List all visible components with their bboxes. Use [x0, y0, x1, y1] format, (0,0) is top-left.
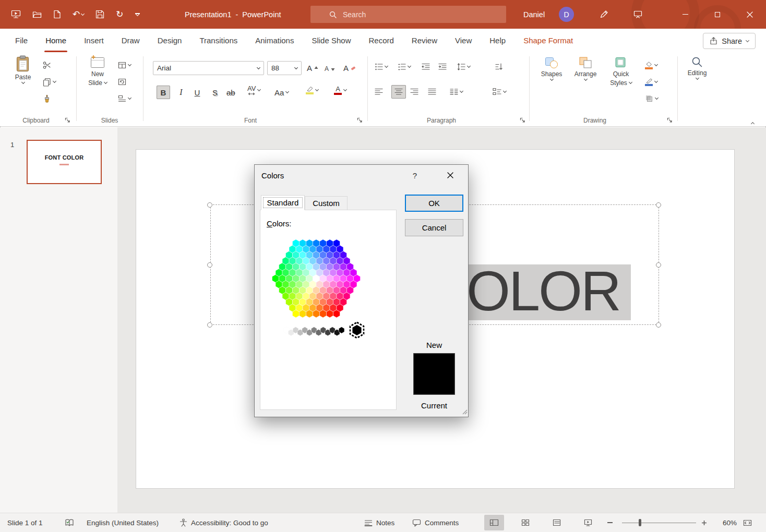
zoom-out-button[interactable]: [607, 513, 613, 532]
avatar[interactable]: D: [559, 7, 574, 22]
user-name[interactable]: Daniel: [523, 0, 545, 29]
zoom-slider-track[interactable]: [622, 523, 696, 523]
dialog-help-button[interactable]: ?: [406, 167, 424, 183]
change-case-button[interactable]: Aa: [274, 86, 289, 99]
comments-button[interactable]: Comments: [412, 513, 459, 532]
shape-outline-button[interactable]: [645, 75, 657, 89]
tab-shape-format[interactable]: Shape Format: [514, 29, 582, 52]
share-button[interactable]: Share: [703, 33, 756, 49]
bullets-button[interactable]: [375, 60, 388, 74]
collapse-ribbon-button[interactable]: [751, 118, 754, 127]
text-shadow-button[interactable]: S: [209, 86, 221, 99]
tab-slide-show[interactable]: Slide Show: [303, 29, 360, 52]
undo-button[interactable]: ↶: [67, 0, 90, 29]
increase-font-size-button[interactable]: A: [307, 61, 318, 75]
standard-colors-hex-picker[interactable]: [261, 231, 396, 345]
text-highlight-color-button[interactable]: [306, 83, 318, 97]
zoom-slider-thumb[interactable]: [639, 519, 641, 526]
resize-handle-middle-right[interactable]: [656, 262, 661, 268]
tab-draw[interactable]: Draw: [113, 29, 149, 52]
tab-record[interactable]: Record: [360, 29, 402, 52]
drawing-dialog-launcher[interactable]: [667, 117, 673, 123]
shape-effects-button[interactable]: [645, 92, 658, 105]
accessibility-checker[interactable]: Accessibility: Good to go: [179, 513, 268, 532]
resize-handle-bottom-right[interactable]: [656, 322, 661, 328]
decrease-font-size-button[interactable]: A: [325, 62, 335, 76]
tab-file[interactable]: File: [6, 29, 37, 52]
shapes-button[interactable]: Shapes: [537, 56, 566, 80]
tab-transitions[interactable]: Transitions: [190, 29, 246, 52]
cut-button[interactable]: [43, 58, 51, 72]
clipboard-dialog-launcher[interactable]: [65, 117, 70, 123]
quick-styles-button[interactable]: Quick Styles: [604, 56, 638, 87]
resize-handle-top-right[interactable]: [656, 202, 661, 208]
tab-design[interactable]: Design: [149, 29, 191, 52]
font-name-combobox[interactable]: Arial: [153, 61, 264, 75]
tab-custom[interactable]: Custom: [305, 196, 348, 210]
save-button[interactable]: [90, 0, 110, 29]
tab-help[interactable]: Help: [481, 29, 514, 52]
slide-layout-button[interactable]: [118, 58, 131, 72]
resize-handle-bottom-left[interactable]: [207, 322, 212, 328]
maximize-button[interactable]: [701, 0, 734, 29]
zoom-in-button[interactable]: [701, 513, 707, 532]
slide-thumbnail[interactable]: FONT COLOR: [27, 140, 102, 184]
zoom-level[interactable]: 60%: [714, 513, 737, 532]
italic-button[interactable]: I: [175, 86, 187, 99]
customize-qat-button[interactable]: [129, 0, 146, 29]
normal-view-button[interactable]: [484, 515, 504, 530]
inking-button[interactable]: [592, 0, 615, 29]
shape-fill-button[interactable]: [645, 58, 657, 72]
increase-indent-button[interactable]: [438, 60, 447, 74]
font-dialog-launcher[interactable]: [357, 117, 363, 123]
open-button[interactable]: [27, 0, 47, 29]
notes-button[interactable]: Notes: [364, 513, 394, 532]
clear-formatting-button[interactable]: A: [343, 61, 356, 75]
convert-to-smartart-button[interactable]: [493, 85, 506, 99]
tab-insert[interactable]: Insert: [75, 29, 113, 52]
strikethrough-button[interactable]: ab: [226, 86, 235, 99]
start-slideshow-button[interactable]: [5, 0, 27, 29]
resize-handle-top-left[interactable]: [207, 202, 212, 208]
tab-standard[interactable]: Standard: [261, 195, 305, 210]
ribbon-display-options-button[interactable]: [626, 0, 649, 29]
copy-button[interactable]: [43, 75, 56, 89]
editing-button[interactable]: Editing: [684, 56, 711, 79]
reset-slide-button[interactable]: [118, 75, 126, 89]
close-button[interactable]: [734, 0, 766, 29]
ok-button[interactable]: OK: [405, 195, 463, 212]
search-box[interactable]: Search: [310, 6, 506, 23]
justify-button[interactable]: [428, 85, 436, 99]
format-painter-button[interactable]: [43, 92, 51, 105]
sort-button[interactable]: [495, 60, 503, 74]
slide-sorter-view-button[interactable]: [516, 515, 535, 530]
tab-home[interactable]: Home: [37, 29, 75, 52]
paste-button[interactable]: Paste: [9, 55, 37, 83]
align-center-button[interactable]: [391, 85, 406, 99]
underline-button[interactable]: U: [191, 86, 204, 99]
font-color-button[interactable]: A: [334, 83, 346, 97]
bold-button[interactable]: B: [157, 86, 170, 99]
columns-button[interactable]: [450, 85, 463, 99]
new-file-button[interactable]: [47, 0, 67, 29]
fit-slide-to-window-button[interactable]: [743, 513, 752, 532]
spell-check-button[interactable]: [65, 513, 74, 532]
slideshow-view-button[interactable]: [578, 515, 598, 530]
paragraph-dialog-launcher[interactable]: [520, 117, 525, 123]
minimize-button[interactable]: [669, 0, 701, 29]
language-indicator[interactable]: English (United States): [87, 513, 159, 532]
align-right-button[interactable]: [410, 85, 418, 99]
dialog-resize-grip[interactable]: [461, 407, 468, 416]
character-spacing-button[interactable]: AV: [247, 83, 260, 97]
tab-animations[interactable]: Animations: [246, 29, 303, 52]
numbering-button[interactable]: [398, 60, 411, 74]
align-left-button[interactable]: [375, 85, 383, 99]
slide-indicator[interactable]: Slide 1 of 1: [7, 513, 43, 532]
dialog-close-button[interactable]: [440, 167, 460, 183]
arrange-button[interactable]: Arrange: [571, 56, 600, 80]
section-button[interactable]: [118, 92, 131, 105]
cancel-button[interactable]: Cancel: [405, 219, 463, 236]
resize-handle-middle-left[interactable]: [207, 262, 212, 268]
redo-button[interactable]: ↻: [110, 0, 129, 29]
decrease-indent-button[interactable]: [422, 60, 430, 74]
